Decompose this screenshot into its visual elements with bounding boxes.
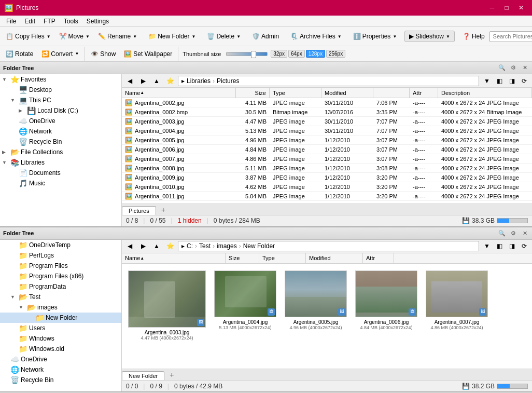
nav-back-button[interactable]: ◀ xyxy=(124,76,135,86)
top-path-bar[interactable]: ▸ Libraries › Pictures xyxy=(178,76,479,86)
bottom-col-type-header[interactable]: Type xyxy=(259,253,306,263)
size-128-button[interactable]: 128px xyxy=(306,50,325,58)
size-32-button[interactable]: 32px xyxy=(271,50,287,58)
thumb-item-0003[interactable]: 🖼 Argentina_0003.jpg 4.47 MB (4000x2672x… xyxy=(126,268,208,343)
maximize-button[interactable]: □ xyxy=(500,3,513,13)
col-modified-header[interactable]: Modified xyxy=(321,88,373,98)
expand-icon[interactable]: ▼ xyxy=(2,160,10,165)
tree-item-images[interactable]: ▼ 📂 images xyxy=(0,302,121,313)
col-desc-header[interactable]: Description xyxy=(438,88,532,98)
tree-item-recycle-bin-bottom[interactable]: 🗑️ Recycle Bin xyxy=(0,375,121,385)
bottom-path-segment-2[interactable]: C: xyxy=(187,242,193,250)
tab-add-button[interactable]: + xyxy=(157,205,170,215)
tree-item-recycle-bin-top[interactable]: 🗑️ Recycle Bin xyxy=(0,137,121,147)
col-size-header[interactable]: Size xyxy=(236,88,270,98)
properties-button[interactable]: ℹ️ Properties ▼ xyxy=(349,31,401,42)
search-input[interactable] xyxy=(493,33,532,39)
thumb-item-0007[interactable]: 🖼 Argentina_0007.jpg 4.86 MB (4000x2672x… xyxy=(424,268,490,343)
tab-pictures[interactable]: Pictures xyxy=(122,206,156,215)
tree-item-program-files-x86[interactable]: 📁 Program Files (x86) xyxy=(0,271,121,281)
path-segment-1[interactable]: ▸ xyxy=(181,77,185,85)
bottom-search-button[interactable]: 🔍 xyxy=(498,229,506,237)
set-wallpaper-button[interactable]: 🖼️ Set Wallpaper xyxy=(120,48,176,60)
bottom-path-segment-5[interactable]: New Folder xyxy=(243,242,275,250)
bottom-nav-forward-button[interactable]: ▶ xyxy=(137,241,149,251)
nav-home-button[interactable]: ⭐ xyxy=(164,76,176,86)
show-button[interactable]: 👁️ Show xyxy=(87,48,119,60)
table-row[interactable]: 🖼️Argentina_0011.jpg 5.04 MB JPEG image … xyxy=(122,192,532,201)
tree-item-test[interactable]: ▼ 📂 Test xyxy=(0,292,121,302)
delete-button[interactable]: 🗑️ Delete ▼ xyxy=(203,31,244,42)
expand-icon[interactable]: ▶ xyxy=(19,108,27,113)
top-search-button[interactable]: 🔍 xyxy=(498,64,506,72)
table-row[interactable]: 🖼️Argentina_0008.jpg 5.11 MB JPEG image … xyxy=(122,164,532,173)
bottom-path-segment-3[interactable]: Test xyxy=(199,242,211,250)
table-row[interactable]: 🖼️Argentina_0010.jpg 4.62 MB JPEG image … xyxy=(122,182,532,192)
tree-item-network-top[interactable]: 🌐 Network xyxy=(0,126,121,137)
thumb-item-0005[interactable]: 🖼 Argentina_0005.jpg 4.96 MB (4000x2672x… xyxy=(283,268,349,343)
rename-button[interactable]: ✏️ Rename ▼ xyxy=(94,31,141,42)
top-config-button[interactable]: ⚙ xyxy=(509,64,517,72)
bottom-pane-split-right-button[interactable]: ◨ xyxy=(506,241,517,251)
tree-item-this-pc[interactable]: ▼ 💻 This PC xyxy=(0,95,121,105)
size-slider-thumb[interactable] xyxy=(251,51,256,58)
tree-item-libraries[interactable]: ▼ 📚 Libraries xyxy=(0,157,121,168)
nav-up-button[interactable]: ▲ xyxy=(151,76,162,86)
bottom-nav-up-button[interactable]: ▲ xyxy=(151,241,162,251)
tree-item-onedrivetemp[interactable]: 📁 OneDriveTemp xyxy=(0,240,121,250)
move-button[interactable]: ✂️ Move ▼ xyxy=(55,31,93,42)
size-slider[interactable] xyxy=(226,52,268,56)
tree-item-perflogs[interactable]: 📁 PerfLogs xyxy=(0,250,121,261)
table-row[interactable]: 🖼️Argentina_0002.bmp 30.5 MB Bitmap imag… xyxy=(122,107,532,117)
tree-item-windows-old[interactable]: 📁 Windows.old xyxy=(0,344,121,354)
bottom-pane-sync-button[interactable]: ⟳ xyxy=(519,241,530,251)
menu-ftp[interactable]: FTP xyxy=(39,17,60,26)
nav-forward-button[interactable]: ▶ xyxy=(137,76,149,86)
tree-item-program-files[interactable]: 📁 Program Files xyxy=(0,261,121,271)
thumb-item-0006[interactable]: 🖼 Argentina_0006.jpg 4.84 MB (4000x2672x… xyxy=(353,268,419,343)
table-row[interactable]: 🖼️Argentina_0004.jpg 5.13 MB JPEG image … xyxy=(122,126,532,135)
table-row[interactable]: 🖼️Argentina_0009.jpg 3.87 MB JPEG image … xyxy=(122,173,532,182)
pane-split-right-button[interactable]: ◨ xyxy=(506,76,517,86)
tree-item-favorites[interactable]: ▼ ⭐ Favorites xyxy=(0,74,121,85)
addr-dropdown-button[interactable]: ▼ xyxy=(481,76,493,86)
tree-item-users[interactable]: 📁 Users xyxy=(0,323,121,333)
path-segment-3[interactable]: Pictures xyxy=(217,77,239,85)
help-button[interactable]: ❓ Help xyxy=(459,31,488,42)
bottom-path-bar[interactable]: ▸ C: › Test › images › New Folder xyxy=(178,241,479,251)
bottom-addr-dropdown-button[interactable]: ▼ xyxy=(481,241,493,251)
bottom-close-button[interactable]: ✕ xyxy=(521,229,529,237)
table-row[interactable]: 🖼️Argentina_0003.jpg 4.47 MB JPEG image … xyxy=(122,117,532,126)
bottom-nav-home-button[interactable]: ⭐ xyxy=(164,241,176,251)
tree-item-onedrive-bottom[interactable]: ☁️ OneDrive xyxy=(0,354,121,364)
expand-icon[interactable]: ▶ xyxy=(2,150,10,155)
col-time-header[interactable] xyxy=(373,88,410,98)
tree-item-new-folder[interactable]: 📁 New Folder xyxy=(0,313,121,323)
path-segment-2[interactable]: Libraries xyxy=(187,77,211,85)
tab-new-folder[interactable]: New Folder xyxy=(122,371,164,380)
menu-settings[interactable]: Settings xyxy=(82,17,113,26)
expand-icon[interactable]: ▼ xyxy=(10,98,19,103)
menu-edit[interactable]: Edit xyxy=(20,17,39,26)
admin-button[interactable]: 🛡️ Admin xyxy=(248,31,283,42)
tree-item-onedrive[interactable]: ☁️ OneDrive xyxy=(0,116,121,126)
top-close-button[interactable]: ✕ xyxy=(521,64,529,72)
slideshow-button[interactable]: ▶ Slideshow ▼ xyxy=(404,31,455,42)
bottom-nav-back-button[interactable]: ◀ xyxy=(124,241,135,251)
bottom-col-size-header[interactable]: Size xyxy=(226,253,259,263)
copy-files-button[interactable]: 📋 Copy Files ▼ xyxy=(2,31,54,42)
table-row[interactable]: 🖼️Argentina_0006.jpg 4.84 MB JPEG image … xyxy=(122,145,532,154)
tree-item-programdata[interactable]: 📁 ProgramData xyxy=(0,281,121,292)
col-attr-header[interactable]: Attr xyxy=(410,88,438,98)
table-row[interactable]: 🖼️Argentina_0007.jpg 4.86 MB JPEG image … xyxy=(122,154,532,164)
tree-item-music[interactable]: 🎵 Music xyxy=(0,178,121,188)
bottom-config-button[interactable]: ⚙ xyxy=(509,229,517,237)
size-256-button[interactable]: 256px xyxy=(326,50,345,58)
bottom-col-attr-header[interactable]: Attr xyxy=(363,253,394,263)
bottom-col-modified-header[interactable]: Modified xyxy=(306,253,363,263)
bottom-pane-split-left-button[interactable]: ◧ xyxy=(494,241,505,251)
pane-split-left-button[interactable]: ◧ xyxy=(494,76,505,86)
rotate-button[interactable]: 🔄 Rotate xyxy=(2,48,37,60)
tree-item-file-collections[interactable]: ▶ 📂 File Collections xyxy=(0,147,121,157)
bottom-tab-add-button[interactable]: + xyxy=(165,370,178,380)
